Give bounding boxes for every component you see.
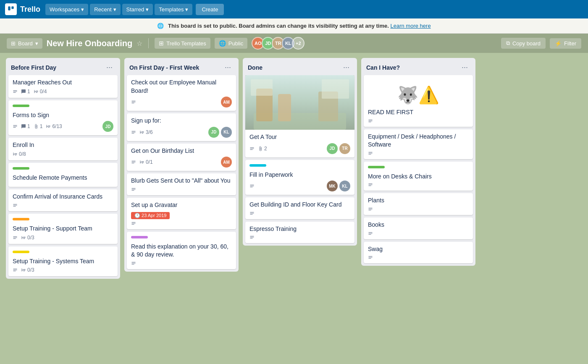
list-header: Before First Day ··· xyxy=(6,58,120,75)
copy-board-button[interactable]: ⧉ Copy board xyxy=(501,38,546,49)
description-icon xyxy=(249,235,255,240)
card-meta: 0/3 xyxy=(13,235,113,241)
card-meta: 0/8 xyxy=(13,151,113,157)
card-sign-up-for[interactable]: Sign up for: 3/6JDKL xyxy=(127,113,236,141)
card-title: Schedule Remote Payments xyxy=(13,174,113,182)
avatar: KL xyxy=(221,127,232,138)
list-cards: Manager Reaches Out 1 0/4Forms to Sign 1… xyxy=(6,75,120,279)
card-title: Equipment / Desk / Headphones / Software xyxy=(368,133,469,149)
card-label xyxy=(13,105,29,107)
card-meta: 1 1 6/13JD xyxy=(13,121,113,132)
checklist-meta: 0/3 xyxy=(21,267,34,273)
description-icon xyxy=(368,151,373,156)
card-title: Fill in Paperwork xyxy=(249,171,350,179)
card-espresso-training[interactable]: Espresso Training xyxy=(245,222,354,244)
templates-button[interactable]: Templates ▾ xyxy=(155,4,192,15)
card-employee-manual[interactable]: Check out our Employee Manual Board!AM xyxy=(127,75,236,111)
card-equipment[interactable]: Equipment / Desk / Headphones / Software xyxy=(364,129,473,159)
card-title: Books xyxy=(368,221,469,229)
card-setup-training-support[interactable]: Setup Training - Support Team 0/3 xyxy=(8,214,118,244)
card-label xyxy=(368,166,385,168)
checklist-meta: 6/13 xyxy=(46,123,62,129)
due-date-badge: 🕐 23 Apr 2019 xyxy=(131,212,170,219)
chevron-down-icon: ▾ xyxy=(35,40,38,47)
comments-meta: 1 xyxy=(21,123,30,129)
description-icon xyxy=(131,130,136,135)
board-view-button[interactable]: ⊞ Board ▾ xyxy=(7,38,42,49)
workspace-tag[interactable]: ⊞ Trello Templates xyxy=(155,38,210,49)
card-meta xyxy=(368,118,469,123)
board-content: Before First Day ··· Manager Reaches Out… xyxy=(0,53,588,358)
card-avatars: AM xyxy=(221,157,232,168)
attachments-meta: 1 xyxy=(34,123,43,129)
card-title: Espresso Training xyxy=(249,225,350,233)
list-header: Done ··· xyxy=(243,58,357,75)
card-title: Check out our Employee Manual Board! xyxy=(131,79,232,95)
starred-button[interactable]: Starred ▾ xyxy=(122,4,153,15)
card-schedule-remote[interactable]: Schedule Remote Payments xyxy=(8,163,118,187)
filter-button[interactable]: ⚡ Filter xyxy=(550,38,581,49)
card-more-on-desks[interactable]: More on Desks & Chairs xyxy=(364,162,473,191)
star-button[interactable]: ☆ xyxy=(136,39,142,47)
avatar: JD xyxy=(327,143,338,154)
filter-icon: ⚡ xyxy=(555,40,562,47)
card-review-explanation[interactable]: Read this explanation on your 30, 60, & … xyxy=(127,232,236,269)
card-swag[interactable]: Swag xyxy=(364,242,473,264)
create-button[interactable]: Create xyxy=(196,4,224,15)
card-forms-to-sign[interactable]: Forms to Sign 1 1 6/13JD xyxy=(8,100,118,136)
card-title: Plants xyxy=(368,196,469,205)
card-enroll-in[interactable]: Enroll In 0/8 xyxy=(8,138,118,160)
card-title: Set up a Gravatar xyxy=(131,201,232,209)
avatar-count[interactable]: +2 xyxy=(292,37,304,50)
list-header: Can I Have? ··· xyxy=(361,58,475,75)
list-on-first-day: On First Day - First Week ··· Check out … xyxy=(124,58,239,272)
card-get-a-tour[interactable]: Get A Tour 2JDTR xyxy=(245,75,354,157)
card-setup-gravatar[interactable]: Set up a Gravatar🕐 23 Apr 2019 xyxy=(127,198,236,229)
card-birthday-list[interactable]: Get on Our Birthday List 0/1AM xyxy=(127,144,236,171)
card-image xyxy=(245,75,354,130)
card-title: Blurb Gets Sent Out to "All" about You xyxy=(131,177,232,185)
list-menu-button[interactable]: ··· xyxy=(104,62,115,73)
description-icon xyxy=(368,207,373,212)
workspaces-button[interactable]: Workspaces ▾ xyxy=(45,4,88,15)
description-icon xyxy=(368,118,373,123)
card-manager-reaches-out[interactable]: Manager Reaches Out 1 0/4 xyxy=(8,75,118,98)
learn-more-link[interactable]: Learn more here xyxy=(391,23,431,29)
list-menu-button[interactable]: ··· xyxy=(222,62,234,73)
description-icon xyxy=(131,100,136,105)
workspace-icon: ⊞ xyxy=(159,40,164,47)
card-meta xyxy=(13,203,113,208)
card-avatars: JDTR xyxy=(327,143,350,154)
description-icon xyxy=(368,231,373,236)
card-fill-paperwork[interactable]: Fill in PaperworkMKKL xyxy=(245,160,354,195)
description-icon xyxy=(249,146,255,151)
checklist-meta: 0/1 xyxy=(139,159,153,165)
description-icon xyxy=(368,255,373,260)
card-books[interactable]: Books xyxy=(364,217,473,239)
description-icon xyxy=(131,187,136,192)
avatar: TR xyxy=(339,143,350,154)
card-setup-training-systems[interactable]: Setup Training - Systems Team 0/3 xyxy=(8,246,118,277)
list-menu-button[interactable]: ··· xyxy=(341,62,352,73)
checklist-meta: 0/8 xyxy=(13,151,26,157)
card-blurb-sent[interactable]: Blurb Gets Sent Out to "All" about You xyxy=(127,173,236,195)
card-meta: MKKL xyxy=(249,181,350,191)
card-title: Get A Tour xyxy=(249,133,350,141)
card-meta: 0/1AM xyxy=(131,157,232,168)
card-building-id[interactable]: Get Building ID and Floor Key Card xyxy=(245,197,354,219)
card-read-me-first[interactable]: 🐺⚠️READ ME FIRST xyxy=(364,75,473,127)
public-icon: 🌐 xyxy=(219,40,226,47)
card-plants[interactable]: Plants xyxy=(364,193,473,215)
visibility-tag[interactable]: 🌐 Public xyxy=(215,38,247,49)
trello-logo[interactable]: Trello xyxy=(5,3,40,15)
avatar: KL xyxy=(339,181,350,191)
card-title: READ ME FIRST xyxy=(368,108,469,117)
list-title: On First Day - First Week xyxy=(129,64,199,71)
chevron-down-icon: ▾ xyxy=(146,6,149,13)
list-menu-button[interactable]: ··· xyxy=(459,62,470,73)
description-icon xyxy=(368,182,373,187)
card-meta xyxy=(368,151,469,156)
recent-button[interactable]: Recent ▾ xyxy=(90,4,120,15)
card-confirm-arrival[interactable]: Confirm Arrival of Insurance Cards xyxy=(8,189,118,211)
card-meta xyxy=(368,255,469,260)
